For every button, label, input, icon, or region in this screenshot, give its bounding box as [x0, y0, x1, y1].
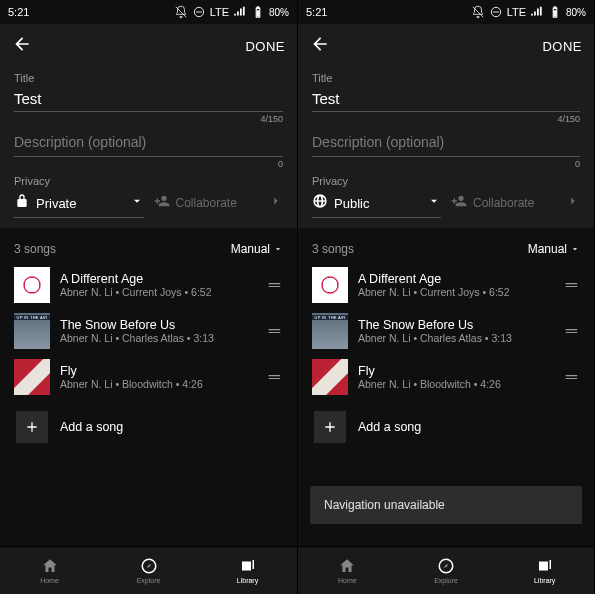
- nav-label: Explore: [434, 577, 458, 584]
- drag-handle-icon[interactable]: ═: [562, 368, 580, 386]
- bottom-nav: Home Explore Library: [298, 546, 594, 594]
- song-subtitle: Abner N. Li • Bloodwitch • 4:26: [358, 378, 552, 390]
- sort-value: Manual: [231, 242, 270, 256]
- list-item[interactable]: The Snow Before Us Abner N. Li • Charles…: [312, 308, 580, 354]
- screen-public: 5:21 LTE 80% DONE Title 4/150 Descriptio…: [297, 0, 594, 594]
- collaborate-label: Collaborate: [473, 196, 534, 210]
- network-type: LTE: [507, 6, 526, 18]
- signal-icon: [233, 5, 247, 19]
- desc-counter: 0: [312, 159, 580, 169]
- nav-label: Explore: [137, 577, 161, 584]
- edit-header: DONE Title 4/150 Description (optional) …: [298, 24, 594, 228]
- collaborate-button[interactable]: Collaborate: [154, 193, 284, 218]
- nav-library[interactable]: Library: [495, 547, 594, 594]
- song-subtitle: Abner N. Li • Charles Atlas • 3:13: [60, 332, 255, 344]
- song-thumbnail: [312, 359, 348, 395]
- title-label: Title: [14, 72, 283, 84]
- song-thumbnail: [14, 267, 50, 303]
- nav-explore[interactable]: Explore: [99, 547, 198, 594]
- add-song-button[interactable]: Add a song: [312, 404, 580, 450]
- title-label: Title: [312, 72, 580, 84]
- list-item[interactable]: A Different Age Abner N. Li • Current Jo…: [312, 262, 580, 308]
- collaborate-button[interactable]: Collaborate: [451, 193, 580, 218]
- privacy-value: Private: [36, 196, 76, 211]
- screen-private: 5:21 LTE 80% DONE Title 4/150 Descriptio…: [0, 0, 297, 594]
- privacy-dropdown[interactable]: Private: [14, 189, 144, 218]
- drag-handle-icon[interactable]: ═: [562, 322, 580, 340]
- drag-handle-icon[interactable]: ═: [265, 276, 283, 294]
- privacy-value: Public: [334, 196, 369, 211]
- song-title: Fly: [358, 364, 552, 378]
- list-item[interactable]: A Different Age Abner N. Li • Current Jo…: [14, 262, 283, 308]
- compass-icon: [437, 557, 455, 575]
- description-input[interactable]: Description (optional): [14, 128, 283, 157]
- library-icon: [239, 557, 257, 575]
- done-button[interactable]: DONE: [245, 39, 285, 54]
- battery-pct: 80%: [269, 7, 289, 18]
- nav-home[interactable]: Home: [0, 547, 99, 594]
- add-song-button[interactable]: Add a song: [14, 404, 283, 450]
- drag-handle-icon[interactable]: ═: [265, 322, 283, 340]
- drag-handle-icon[interactable]: ═: [265, 368, 283, 386]
- dnd-icon: [192, 5, 206, 19]
- done-button[interactable]: DONE: [542, 39, 582, 54]
- description-input[interactable]: Description (optional): [312, 128, 580, 157]
- chevron-down-icon: [570, 244, 580, 254]
- song-count: 3 songs: [312, 242, 354, 256]
- nav-explore[interactable]: Explore: [397, 547, 496, 594]
- song-count: 3 songs: [14, 242, 56, 256]
- chevron-down-icon: [273, 244, 283, 254]
- back-button[interactable]: [12, 34, 32, 58]
- song-title: Fly: [60, 364, 255, 378]
- home-icon: [338, 557, 356, 575]
- song-subtitle: Abner N. Li • Current Joys • 6:52: [60, 286, 255, 298]
- battery-icon: [548, 5, 562, 19]
- add-song-label: Add a song: [60, 420, 123, 434]
- chevron-down-icon: [130, 194, 144, 212]
- list-item[interactable]: Fly Abner N. Li • Bloodwitch • 4:26 ═: [312, 354, 580, 400]
- compass-icon: [140, 557, 158, 575]
- song-title: The Snow Before Us: [60, 318, 255, 332]
- status-time: 5:21: [8, 6, 29, 18]
- desc-counter: 0: [14, 159, 283, 169]
- nav-library[interactable]: Library: [198, 547, 297, 594]
- drag-handle-icon[interactable]: ═: [562, 276, 580, 294]
- privacy-label: Privacy: [14, 175, 144, 187]
- sort-dropdown[interactable]: Manual: [231, 242, 283, 256]
- chevron-right-icon: [566, 194, 580, 211]
- nav-label: Home: [40, 577, 59, 584]
- title-input[interactable]: [312, 86, 580, 112]
- plus-icon: [314, 411, 346, 443]
- list-item[interactable]: Fly Abner N. Li • Bloodwitch • 4:26 ═: [14, 354, 283, 400]
- song-subtitle: Abner N. Li • Charles Atlas • 3:13: [358, 332, 552, 344]
- network-type: LTE: [210, 6, 229, 18]
- sort-dropdown[interactable]: Manual: [528, 242, 580, 256]
- battery-icon: [251, 5, 265, 19]
- song-title: The Snow Before Us: [358, 318, 552, 332]
- battery-pct: 80%: [566, 7, 586, 18]
- bell-off-icon: [174, 5, 188, 19]
- back-button[interactable]: [310, 34, 330, 58]
- song-thumbnail: [312, 267, 348, 303]
- person-add-icon: [154, 193, 170, 212]
- song-subtitle: Abner N. Li • Bloodwitch • 4:26: [60, 378, 255, 390]
- globe-icon: [312, 193, 328, 213]
- dnd-icon: [489, 5, 503, 19]
- nav-home[interactable]: Home: [298, 547, 397, 594]
- song-title: A Different Age: [60, 272, 255, 286]
- toast: Navigation unavailable: [310, 486, 582, 524]
- home-icon: [41, 557, 59, 575]
- status-time: 5:21: [306, 6, 327, 18]
- song-list: A Different Age Abner N. Li • Current Jo…: [0, 262, 297, 546]
- list-item[interactable]: The Snow Before Us Abner N. Li • Charles…: [14, 308, 283, 354]
- title-input[interactable]: [14, 86, 283, 112]
- privacy-label: Privacy: [312, 175, 441, 187]
- title-counter: 4/150: [312, 114, 580, 124]
- sort-value: Manual: [528, 242, 567, 256]
- signal-icon: [530, 5, 544, 19]
- status-bar: 5:21 LTE 80%: [0, 0, 297, 24]
- person-add-icon: [451, 193, 467, 212]
- edit-header: DONE Title 4/150 Description (optional) …: [0, 24, 297, 228]
- nav-label: Library: [534, 577, 555, 584]
- privacy-dropdown[interactable]: Public: [312, 189, 441, 218]
